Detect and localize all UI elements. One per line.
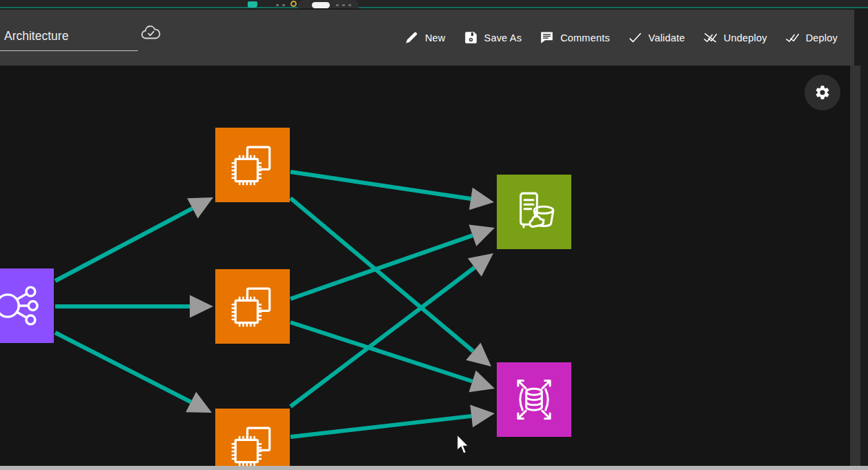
edge-instance-2-to-database[interactable]	[290, 322, 473, 382]
node-instance-1[interactable]	[215, 128, 290, 202]
ec2-instance-icon	[223, 277, 282, 336]
toolbar-button-label: Deploy	[806, 32, 838, 43]
edge-load-balancer-to-instance-3[interactable]	[55, 333, 191, 402]
tab-favicon-icon	[290, 1, 297, 7]
toolbar-button-label: Comments	[560, 32, 610, 43]
node-instance-3[interactable]	[215, 409, 290, 466]
comments-icon	[540, 30, 554, 45]
arrowhead-icon	[469, 188, 494, 210]
validate-button[interactable]: Validate	[628, 30, 685, 45]
settings-button[interactable]	[805, 75, 840, 110]
edge-layer	[0, 66, 850, 466]
arrowhead-icon	[469, 371, 495, 392]
arrowhead-icon	[468, 225, 495, 246]
double-check-icon	[785, 30, 800, 45]
edge-load-balancer-to-instance-1[interactable]	[55, 208, 193, 281]
tab-favicon-icon	[248, 1, 257, 8]
database-scale-icon	[504, 370, 564, 429]
edge-instance-1-to-database[interactable]	[290, 198, 473, 351]
storage-bucket-icon	[504, 182, 564, 242]
arrowhead-icon	[190, 295, 213, 318]
tab-text-remnant	[348, 4, 351, 6]
undeploy-button[interactable]: Undeploy	[703, 30, 767, 45]
arrowhead-icon	[470, 404, 495, 427]
double-check-slash-icon	[703, 30, 718, 45]
check-icon	[628, 30, 642, 45]
save-as-button[interactable]: Save As	[464, 30, 522, 45]
ec2-instance-icon	[223, 416, 282, 466]
title-field-group	[0, 26, 166, 51]
editor-header: NewSave AsCommentsValidateUndeployDeploy	[0, 10, 854, 66]
toolbar-button-label: Undeploy	[724, 32, 767, 43]
tab-text-remnant	[342, 4, 345, 6]
deploy-button[interactable]: Deploy	[785, 30, 838, 45]
node-storage[interactable]	[497, 175, 571, 249]
tab-text-remnant	[276, 4, 279, 6]
tab-favicon-icon	[312, 2, 330, 8]
load-balancer-icon	[0, 276, 46, 335]
new-button[interactable]: New	[404, 30, 446, 45]
toolbar-button-label: Validate	[649, 32, 685, 43]
toolbar: NewSave AsCommentsValidateUndeployDeploy	[404, 10, 838, 66]
browser-tab[interactable]	[298, 0, 359, 8]
vertical-scrollbar[interactable]	[850, 66, 860, 466]
node-load-balancer[interactable]	[0, 268, 54, 343]
pencil-icon	[404, 30, 419, 45]
app-window: NewSave AsCommentsValidateUndeployDeploy	[0, 0, 868, 470]
node-database[interactable]	[497, 362, 571, 437]
edge-instance-1-to-storage[interactable]	[290, 172, 471, 199]
ec2-instance-icon	[223, 135, 282, 195]
toolbar-button-label: Save As	[484, 32, 522, 43]
arrowhead-icon	[468, 253, 493, 277]
browser-tab-strip	[0, 0, 868, 8]
tab-text-remnant	[336, 4, 339, 6]
save-icon	[464, 30, 478, 45]
comments-button[interactable]: Comments	[540, 30, 610, 45]
diagram-canvas[interactable]	[0, 66, 850, 466]
horizontal-scrollbar[interactable]	[0, 466, 868, 470]
vertical-scrollbar-track	[850, 66, 868, 466]
toolbar-button-label: New	[425, 32, 446, 43]
cloud-check-icon	[141, 25, 161, 44]
edge-instance-3-to-database[interactable]	[290, 416, 471, 437]
architecture-title-input[interactable]	[0, 26, 138, 51]
tab-text-remnant	[282, 4, 285, 6]
gear-icon	[814, 84, 831, 101]
node-instance-2[interactable]	[215, 269, 290, 344]
